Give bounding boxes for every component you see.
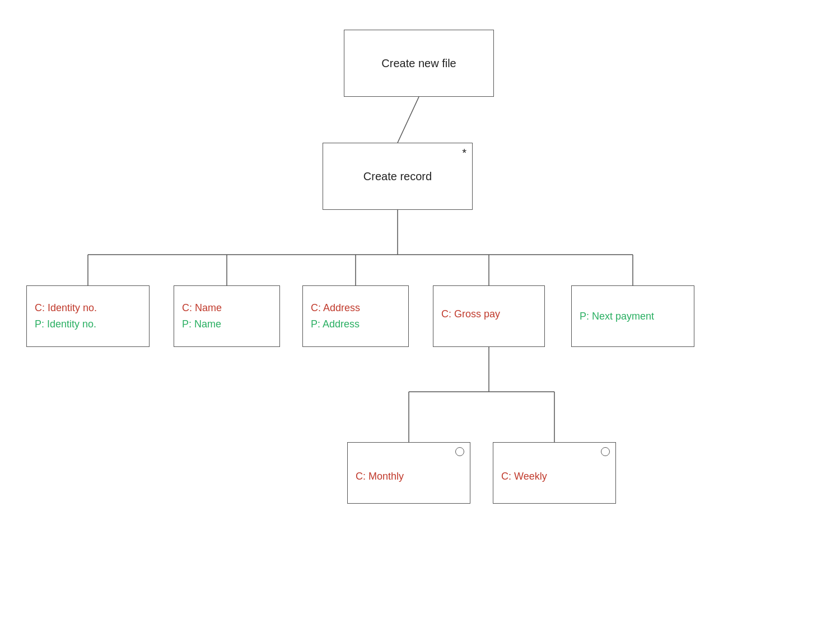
create-record-node: * Create record — [323, 143, 473, 210]
identity-c-label: C: Identity no. — [35, 302, 141, 314]
gross-pay-c-label: C: Gross pay — [441, 308, 536, 320]
name-c-label: C: Name — [182, 302, 272, 314]
next-payment-p-label: P: Next payment — [580, 311, 686, 322]
name-p-label: P: Name — [182, 318, 272, 330]
monthly-c-label: C: Monthly — [356, 471, 462, 482]
create-record-label: Create record — [363, 170, 432, 183]
name-node: C: Name P: Name — [174, 285, 280, 347]
weekly-node: C: Weekly — [493, 442, 616, 504]
next-payment-node: P: Next payment — [571, 285, 694, 347]
monthly-node: C: Monthly — [347, 442, 470, 504]
monthly-circle-icon — [455, 447, 464, 456]
gross-pay-node: C: Gross pay — [433, 285, 545, 347]
address-p-label: P: Address — [311, 318, 400, 330]
diagram-container: Create new file * Create record C: Ident… — [0, 0, 840, 638]
create-new-file-label: Create new file — [381, 57, 456, 70]
svg-line-0 — [398, 97, 419, 143]
address-c-label: C: Address — [311, 302, 400, 314]
weekly-circle-icon — [601, 447, 610, 456]
create-new-file-node: Create new file — [344, 30, 494, 97]
identity-node: C: Identity no. P: Identity no. — [26, 285, 150, 347]
address-node: C: Address P: Address — [302, 285, 409, 347]
identity-p-label: P: Identity no. — [35, 318, 141, 330]
asterisk-symbol: * — [462, 147, 466, 160]
weekly-c-label: C: Weekly — [501, 471, 608, 482]
